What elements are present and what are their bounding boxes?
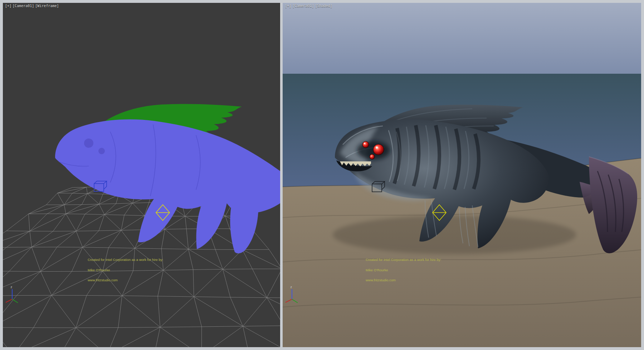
viewport-menu-pov[interactable]: [Camera01]	[13, 4, 34, 8]
fish-shadow	[333, 215, 576, 254]
watermark: Created for Intel Corporation as a work …	[88, 251, 163, 289]
watermark-line: www.fritzstudio.com	[366, 278, 441, 282]
shaded-canvas[interactable]: z	[283, 3, 641, 347]
viewport-label: [+] [Camera01] [Shaded]	[285, 4, 332, 8]
viewport-menu-shading[interactable]: [Shaded]	[315, 4, 332, 8]
watermark-line: Created for Intel Corporation as a work …	[366, 258, 441, 262]
fish-eye-upper	[362, 141, 369, 148]
wireframe-canvas[interactable]: z	[3, 3, 280, 347]
viewport-menu-shading[interactable]: [Wireframe]	[35, 4, 59, 8]
viewport-menu-pov[interactable]: [Camera01]	[292, 4, 314, 8]
fish-eye-small	[98, 148, 105, 154]
eye-specular	[376, 146, 378, 149]
watermark-line: Created for Intel Corporation as a work …	[88, 258, 163, 262]
axis-z-label: z	[10, 285, 12, 289]
viewport-wireframe[interactable]: [+] [Camera01] [Wireframe]	[3, 3, 280, 347]
viewport-menu-general[interactable]: [+]	[5, 4, 11, 8]
axis-tripod: z	[6, 285, 18, 303]
eye-specular	[364, 143, 365, 144]
watermark-line: www.fritzstudio.com	[88, 278, 163, 282]
axis-z-label: z	[290, 285, 292, 289]
fish-eye-main	[373, 144, 384, 155]
watermark-line: Mike O'Rourke	[366, 268, 441, 272]
viewport-menu-general[interactable]: [+]	[285, 4, 291, 8]
viewport-label: [+] [Camera01] [Wireframe]	[5, 4, 59, 8]
viewport-split-frame: [+] [Camera01] [Wireframe]	[0, 0, 644, 350]
fish-eye-lower	[370, 154, 375, 159]
fish-eye	[84, 138, 93, 148]
watermark-line: Mike O'Rourke	[88, 268, 163, 272]
sky	[283, 3, 641, 74]
viewport-shaded[interactable]: [+] [Camera01] [Shaded]	[283, 3, 641, 347]
watermark: Created for Intel Corporation as a work …	[366, 251, 441, 289]
